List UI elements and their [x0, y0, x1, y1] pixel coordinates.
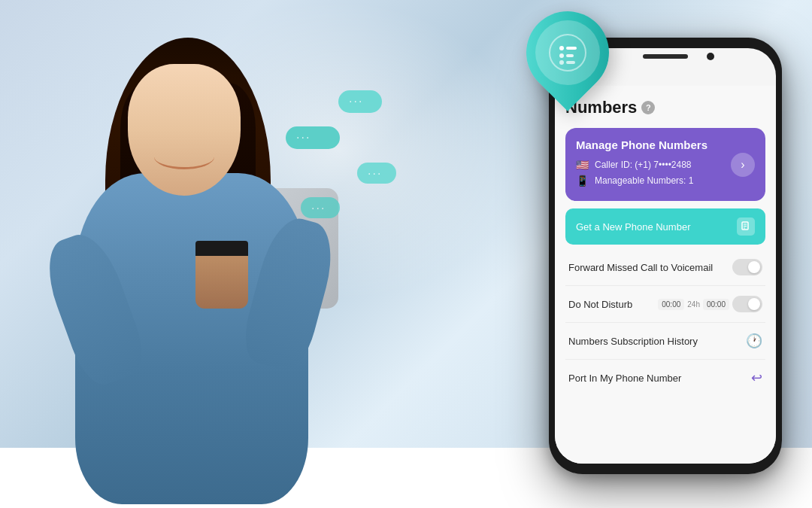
phone-screen: Numbers ? Manage Phone Numbers 🇺🇸 Caller…	[555, 48, 776, 464]
subscription-history-label: Numbers Subscription History	[568, 336, 698, 347]
phone-camera	[707, 53, 714, 60]
new-number-icon	[737, 217, 755, 236]
chat-bubble-2	[286, 126, 340, 149]
dnd-label: Do Not Disturb	[568, 299, 632, 310]
phone-speaker	[643, 54, 688, 59]
phone-icon-small: 📱	[576, 175, 589, 187]
history-icon: 🕐	[746, 333, 762, 349]
chat-bubbles	[263, 90, 396, 224]
dnd-row[interactable]: Do Not Disturb 00:00 24h 00:00	[565, 286, 765, 323]
forward-missed-row[interactable]: Forward Missed Call to Voicemail	[565, 249, 765, 286]
logo-pin	[526, 11, 609, 109]
manage-arrow-btn[interactable]: ›	[731, 153, 755, 177]
chat-bubble-1	[338, 90, 382, 113]
svg-rect-4	[566, 54, 574, 57]
new-number-btn[interactable]: Get a New Phone Number	[565, 208, 765, 245]
dnd-separator: 24h	[687, 300, 700, 309]
port-number-label: Port In My Phone Number	[568, 373, 681, 384]
svg-rect-2	[566, 47, 577, 50]
screen-content: Numbers ? Manage Phone Numbers 🇺🇸 Caller…	[555, 86, 776, 464]
toggle-knob	[748, 261, 760, 273]
chat-bubble-3	[357, 163, 396, 184]
forward-toggle[interactable]	[732, 259, 762, 275]
svg-point-3	[559, 53, 564, 58]
help-icon[interactable]: ?	[641, 101, 655, 114]
dnd-time-from[interactable]: 00:00	[658, 299, 684, 310]
person-face	[128, 64, 241, 196]
port-icon: ↩	[751, 370, 762, 386]
svg-rect-6	[566, 61, 575, 64]
svg-point-5	[559, 60, 564, 65]
chat-bubble-4	[301, 197, 340, 218]
caller-id-row: 🇺🇸 Caller ID: (+1) 7••••2488	[576, 159, 755, 171]
flag-icon: 🇺🇸	[576, 159, 589, 171]
forward-missed-label: Forward Missed Call to Voicemail	[568, 262, 713, 273]
coffee-cup	[195, 241, 248, 309]
manage-card[interactable]: Manage Phone Numbers 🇺🇸 Caller ID: (+1) …	[565, 128, 765, 201]
dnd-toggle[interactable]	[732, 296, 762, 312]
svg-point-1	[559, 46, 564, 50]
manage-card-title: Manage Phone Numbers	[576, 138, 755, 151]
subscription-history-row[interactable]: Numbers Subscription History 🕐	[565, 323, 765, 360]
new-number-label: Get a New Phone Number	[576, 221, 690, 233]
app-logo-icon	[548, 33, 587, 72]
port-number-row[interactable]: Port In My Phone Number ↩	[565, 360, 765, 396]
dnd-toggle-knob	[748, 298, 760, 310]
dnd-time-to[interactable]: 00:00	[703, 299, 729, 310]
manageable-numbers-row: 📱 Manageable Numbers: 1	[576, 175, 755, 187]
manageable-text: Manageable Numbers: 1	[595, 175, 693, 186]
svg-point-0	[550, 35, 586, 71]
dnd-controls: 00:00 24h 00:00	[658, 296, 762, 312]
pin-inner	[535, 20, 600, 85]
caller-id-text: Caller ID: (+1) 7••••2488	[595, 160, 692, 170]
